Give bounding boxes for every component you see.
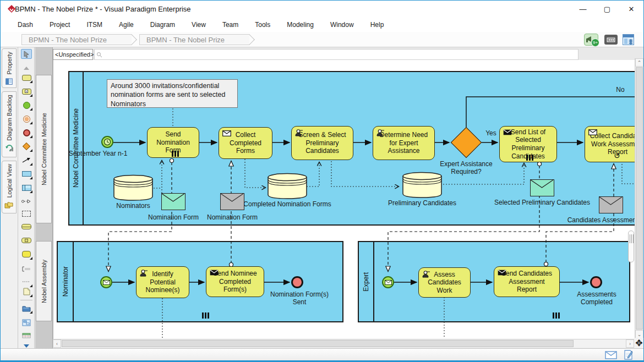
property-grid-icon (5, 78, 13, 85)
data-store-preliminary-candidates[interactable] (401, 171, 443, 201)
maximize-button[interactable]: ▢ (595, 1, 619, 17)
menu-team[interactable]: Team (214, 19, 247, 31)
tool-dotted-flow[interactable] (21, 277, 32, 287)
search-input[interactable] (94, 49, 578, 60)
pinned-pool-header[interactable]: Nobel Committee Medicine (36, 75, 52, 223)
menu-project[interactable]: Project (41, 19, 78, 31)
shape-selector-dropdown[interactable]: <Unspecified> (53, 49, 93, 60)
task-assess-candidates-work[interactable]: Assess Candidates Work (418, 267, 471, 298)
data-store-nominators[interactable] (112, 173, 154, 204)
multi-instance-marker (526, 155, 533, 161)
timer-start-event[interactable] (101, 136, 113, 148)
panel-layers-icon[interactable] (623, 34, 634, 45)
end-event-nomination-forms-sent[interactable] (291, 276, 303, 288)
loop-marker: ↺ (614, 152, 620, 160)
menu-help[interactable]: Help (362, 19, 392, 31)
multi-instance-marker (172, 151, 179, 157)
announcement-icon[interactable]: 9+ (584, 34, 598, 46)
message-start-event[interactable] (100, 276, 112, 288)
menu-view[interactable]: View (183, 19, 214, 31)
task-send-nominee-completed-forms[interactable]: Send Nominee Completed Form(s) (206, 266, 264, 297)
tool-model-folder[interactable] (21, 303, 32, 313)
breadcrumb-item[interactable]: BPMN - The Nobel Prize (21, 34, 132, 45)
scroll-left-button[interactable]: ‹ (53, 339, 61, 348)
breadcrumb-item[interactable]: BPMN - The Nobel Prize (139, 34, 249, 45)
horizontal-scroll-thumb[interactable] (62, 340, 574, 347)
task-screen-select-preliminary-candidates[interactable]: Screen & Select Preliminary Candidates (291, 126, 353, 160)
message-selected-preliminary-candidates[interactable] (530, 179, 554, 196)
close-button[interactable]: ✕ (619, 1, 643, 17)
tool-intermediate-event[interactable] (21, 114, 32, 124)
menu-tools[interactable]: Tools (247, 19, 279, 31)
task-collect-candidates-work-assessment-report[interactable]: Collect Candidates Work Assessment Repor… (585, 126, 635, 162)
panel-grip[interactable] (628, 231, 634, 262)
tool-pool[interactable] (21, 169, 32, 179)
message-pane-icon[interactable] (605, 351, 617, 359)
scroll-right-button[interactable]: › (626, 339, 634, 348)
task-send-nomination-form[interactable]: Send Nomination Form (147, 127, 199, 158)
send-message-icon (210, 270, 219, 276)
tool-start-event[interactable] (21, 100, 32, 110)
tool-diagram-overview[interactable] (21, 317, 32, 327)
tool-grid[interactable] (21, 331, 32, 341)
task-send-candidates-assessment-report[interactable]: Send Candidates Assessment Report (494, 266, 560, 297)
menu-itsm[interactable]: ITSM (78, 19, 111, 31)
tool-task[interactable] (21, 73, 32, 83)
message-nomination-form[interactable] (161, 193, 185, 210)
pan-tool-icon[interactable]: ✥ (634, 338, 644, 348)
tool-sequence-flow[interactable] (21, 155, 32, 165)
task-collect-completed-forms[interactable]: Collect Completed Forms (219, 127, 272, 159)
tool-collapsed-pool-plus[interactable] (21, 235, 32, 245)
tool-scroll-up-icon[interactable] (21, 63, 32, 73)
vertical-scroll-thumb[interactable] (636, 67, 643, 330)
diagram-canvas[interactable]: Nobel Committee Medicine Nominator Exper… (53, 60, 635, 339)
menu-agile[interactable]: Agile (111, 19, 142, 31)
horizontal-scrollbar[interactable]: ‹ › (53, 339, 635, 348)
tool-gateway[interactable] (21, 141, 32, 151)
task-determine-need-expert-assistance[interactable]: Determine Need for Expert Assistance (373, 126, 435, 160)
tool-text-annotation[interactable] (21, 264, 32, 274)
message-candidates-assessment[interactable] (599, 196, 623, 213)
message-nomination-form-returned[interactable] (220, 193, 244, 210)
scroll-down-button[interactable]: ⌄ (635, 330, 643, 338)
menu-window[interactable]: Window (322, 19, 362, 31)
event-label: Nomination Form(s) Sent (266, 290, 332, 306)
tool-lane[interactable] (21, 183, 32, 193)
send-message-icon (498, 270, 506, 276)
tool-sub-process[interactable]: + (21, 86, 32, 96)
tool-note[interactable] (21, 287, 32, 297)
tool-cursor[interactable] (21, 49, 32, 59)
tab-diagram-backlog-label: Diagram Backlog (6, 95, 13, 141)
vertical-scrollbar[interactable]: ⌃ ⌄ (635, 58, 643, 339)
tool-group[interactable] (21, 209, 32, 218)
minimize-button[interactable]: — (571, 1, 595, 17)
tab-logical-view-label: Logical View (6, 164, 13, 198)
tool-expanded-task[interactable] (21, 249, 32, 259)
menu-modeling[interactable]: Modeling (279, 19, 322, 31)
tool-end-event[interactable] (21, 128, 32, 138)
search-icon (96, 52, 102, 58)
menu-diagram[interactable]: Diagram (142, 19, 183, 31)
message-start-event[interactable] (382, 276, 394, 288)
menu-dash[interactable]: Dash (9, 19, 41, 31)
tool-collapsed-pool[interactable] (21, 222, 32, 232)
data-store-completed-nomination-forms[interactable] (266, 172, 308, 202)
annotation-note[interactable]: Around 3000 invitations/confidential nom… (107, 79, 238, 108)
end-event-assessments-completed[interactable] (590, 276, 602, 288)
tool-association[interactable] (21, 196, 32, 206)
pinned-pool-header[interactable]: Nobel Assembly (36, 241, 52, 321)
task-send-list-selected-preliminary-candidates[interactable]: Send List of Selected Preliminary Candid… (499, 126, 557, 162)
menu-bar: Dash Project ITSM Agile Diagram View Tea… (1, 17, 643, 32)
tab-diagram-backlog[interactable]: Diagram Backlog (2, 91, 17, 157)
tab-property[interactable]: Property (2, 48, 17, 88)
fit-selection-icon[interactable] (604, 35, 618, 45)
user-task-icon (140, 270, 149, 277)
breadcrumb: BPMN - The Nobel Prize BPMN - The Nobel … (1, 32, 643, 47)
data-store-label: Completed Nomination Forms (238, 200, 337, 208)
main-area: Property Diagram Backlog Logical View + (1, 47, 643, 348)
edit-log-icon[interactable] (624, 350, 634, 360)
tab-logical-view[interactable]: Logical View (2, 161, 17, 213)
task-identify-potential-nominees[interactable]: Identify Potential Nominee(s) (136, 266, 189, 298)
scroll-up-button[interactable]: ⌃ (635, 58, 643, 67)
diagram-toolbox: + (18, 47, 35, 348)
